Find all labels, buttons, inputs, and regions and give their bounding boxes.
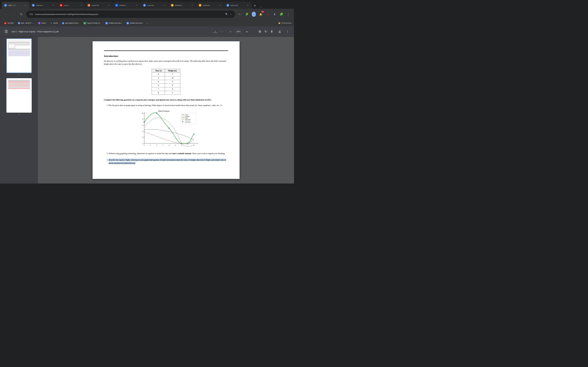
tab-members[interactable]: ★ Members... × xyxy=(169,2,196,9)
svg-text:6: 6 xyxy=(181,144,182,146)
tab-title-osprey: Osprey H... xyxy=(36,5,50,6)
tab-favicon-dropbox: D xyxy=(115,4,118,7)
tab-unit2[interactable]: U Unit 2 – F... × xyxy=(2,2,29,9)
bookmark-youtube[interactable]: ▶ YouTube xyxy=(2,22,16,25)
data-table: Time (s) Height (m) 07 210 45 60 70 83 xyxy=(152,69,180,95)
intro-paragraph: An observer in a fishing boat watched as… xyxy=(104,60,228,66)
svg-text:Data Points: Data Points xyxy=(185,122,191,123)
pdf-main-view[interactable]: Introduction: An observer in a fishing b… xyxy=(38,37,294,184)
tab-favicon-howtotal: G xyxy=(226,4,229,7)
protocol-indicator: File xyxy=(29,13,33,16)
back-button[interactable]: ← xyxy=(3,11,9,17)
question-1-text: Plot the given data on graph paper or us… xyxy=(109,104,228,107)
svg-text:3: 3 xyxy=(162,144,163,146)
bookmark-juuni[interactable]: J JUUNI xyxy=(48,22,60,25)
notifications-icon[interactable]: 🔔 15 xyxy=(258,11,264,17)
svg-text:8: 8 xyxy=(193,144,194,146)
bookmark-twitch[interactable]: T Twitch xyxy=(36,22,48,25)
url-text: /Users/user/Downloads/Unit%202%20-%20Fli… xyxy=(35,13,224,15)
fitted-functions-chart: Fitted Functions 0 2 xyxy=(136,109,200,148)
svg-text:Quadratic: Quadratic xyxy=(185,116,190,117)
tab-close-linear[interactable]: × xyxy=(107,4,111,7)
pdf-zoom-in-button[interactable]: + xyxy=(244,29,250,35)
tab-close-google[interactable]: × xyxy=(163,4,166,7)
question-3-highlighted: Describe the osprey's flight, referring … xyxy=(109,159,226,164)
tab-favicon-google: G xyxy=(143,4,146,7)
bookmarks-more-button[interactable]: » xyxy=(146,22,149,25)
pdf-rotate-button[interactable]: ↻ xyxy=(263,29,269,35)
tab-google[interactable]: G x axis an... × xyxy=(141,2,168,9)
instructions-text: Complete the following questions on a se… xyxy=(104,98,228,101)
pdf-zoom-value[interactable]: 80% xyxy=(235,30,242,33)
bookmark-label-family: Copy of Family Fo... xyxy=(87,22,101,24)
bookmark-favicon-untitled2: W xyxy=(127,22,129,24)
svg-text:Linear: Linear xyxy=(185,115,188,116)
pdf-print-button[interactable]: 🖨 xyxy=(277,29,283,35)
notification-badge: 15 xyxy=(261,11,264,13)
pdf-page-input[interactable] xyxy=(213,31,217,33)
bookmark-family[interactable]: X Copy of Family Fo... xyxy=(82,22,103,25)
download-icon[interactable]: ⬇ xyxy=(271,11,277,17)
bookmark-favicon-twitch: T xyxy=(38,22,40,24)
zoom-indicator[interactable]: 22.2 xyxy=(237,11,243,17)
profile-icon[interactable]: I xyxy=(251,11,257,17)
svg-text:Fitted Functions: Fitted Functions xyxy=(158,110,170,112)
pdf-fit-page-button[interactable]: ⊞ xyxy=(257,29,263,35)
svg-text:0: 0 xyxy=(142,143,143,144)
tab-close-unit2[interactable]: × xyxy=(24,4,27,7)
table-row: 60 xyxy=(152,83,180,87)
pdf-zoom-controls: − 80% + xyxy=(227,29,250,35)
reload-button[interactable]: ↻ xyxy=(18,11,24,17)
tab-favicon-unit2: U xyxy=(4,4,7,7)
bookmark-star-icon[interactable]: ☆ xyxy=(230,13,232,16)
pdf-download-button[interactable]: ⬇ xyxy=(269,29,275,35)
pdf-toolbar: ☰ Unit 2 – Flight of an Osprey – Final A… xyxy=(0,27,294,37)
extensions-puzzle-icon[interactable]: 🧩 xyxy=(278,11,284,17)
tab-close-members[interactable]: × xyxy=(191,4,194,7)
pdf-page-controls: / 2 xyxy=(213,31,223,33)
bookmark-apa[interactable]: a apa citations clum... xyxy=(60,22,81,25)
tab-close-howtotal[interactable]: × xyxy=(246,4,250,7)
tab-close-youtube[interactable]: × xyxy=(79,4,83,7)
all-bookmarks-button[interactable]: 📁 All Bookmarks xyxy=(278,22,292,24)
table-row: 07 xyxy=(152,73,180,76)
tab-dropbox[interactable]: D Dropbox ... × xyxy=(113,2,141,9)
tab-youtube[interactable]: ▶ (12) in... × xyxy=(57,2,85,9)
bookmark-label-twitch: Twitch xyxy=(41,22,46,24)
question-2: Without using graphing technology, deter… xyxy=(109,152,228,155)
tab-homework[interactable]: ★ Homewor... × xyxy=(196,2,224,9)
more-menu-button[interactable]: ⋮ xyxy=(285,11,291,17)
pdf-thumbnail-2[interactable]: 2 xyxy=(2,78,36,115)
question-3: Describe the osprey's flight, referring … xyxy=(109,158,228,165)
tab-list-button[interactable]: ⌄ xyxy=(258,4,263,9)
pdf-menu-button[interactable]: ☰ xyxy=(4,28,9,35)
tab-osprey[interactable]: O Osprey H... × xyxy=(30,2,57,9)
forward-button[interactable]: → xyxy=(10,11,17,17)
new-tab-button[interactable]: + xyxy=(252,3,258,9)
bookmark-label-apa: apa citations clum... xyxy=(65,22,79,24)
tab-howtotal[interactable]: G how to tal... × xyxy=(224,2,252,9)
pdf-page-divider xyxy=(104,50,228,51)
tab-close-homework[interactable]: × xyxy=(218,4,222,7)
bookmarks-folder-icon: 📁 xyxy=(278,22,280,24)
question-2-bold: state a suitable domain xyxy=(172,152,191,155)
extensions-icon[interactable]: 🧩 xyxy=(244,11,250,17)
table-row: 45 xyxy=(152,80,180,83)
url-bar[interactable]: File /Users/user/Downloads/Unit%202%20-%… xyxy=(26,10,235,18)
tab-title-members: Members... xyxy=(175,5,189,6)
table-row: 70 xyxy=(152,87,180,91)
tab-close-osprey[interactable]: × xyxy=(52,4,55,7)
bookmark-untitled1[interactable]: W Untitled documen... xyxy=(104,22,124,25)
tab-linear[interactable]: A Linear Re... × xyxy=(85,2,113,9)
bookmark-mail[interactable]: M Mail - idri2570 - ... xyxy=(16,22,36,25)
tab-title-youtube: (12) in... xyxy=(64,5,78,6)
pdf-more-button[interactable]: ⋮ xyxy=(284,29,290,35)
tab-close-dropbox[interactable]: × xyxy=(135,4,138,7)
close-icon-toolbar[interactable]: ✕ xyxy=(265,11,271,17)
bookmark-favicon-family: X xyxy=(84,22,86,24)
pdf-zoom-out-button[interactable]: − xyxy=(227,29,233,35)
bookmark-untitled2[interactable]: W Untitled documen... xyxy=(125,22,145,25)
svg-text:7: 7 xyxy=(187,144,188,146)
pdf-thumbnail-1[interactable]: 1 xyxy=(2,39,36,75)
intro-heading: Introduction: xyxy=(104,55,228,57)
